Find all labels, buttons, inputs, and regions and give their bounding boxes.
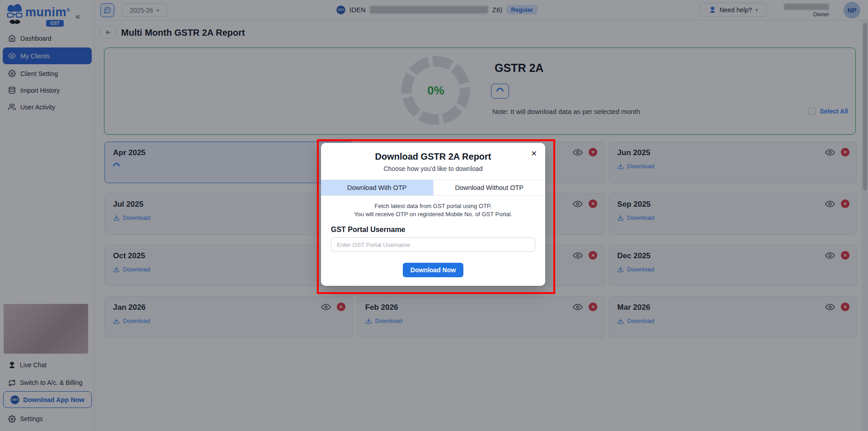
modal-subtitle: Choose how you'd like to download bbox=[321, 165, 545, 172]
modal-description: Fetch latest data from GST portal using … bbox=[321, 202, 545, 218]
download-gstr2a-modal: ✕ Download GSTR 2A Report Choose how you… bbox=[321, 143, 545, 286]
tab-download-without-otp[interactable]: Download Without OTP bbox=[433, 180, 546, 195]
tab-download-with-otp[interactable]: Download With OTP bbox=[321, 180, 433, 195]
gst-username-label: GST Portal Username bbox=[331, 226, 535, 234]
gst-username-input[interactable] bbox=[331, 237, 535, 252]
download-now-button[interactable]: Download Now bbox=[403, 263, 463, 277]
close-icon[interactable]: ✕ bbox=[529, 148, 539, 159]
modal-tabs: Download With OTP Download Without OTP bbox=[321, 180, 545, 196]
app-window: munim® GST « Dashboard My Clients Client… bbox=[0, 0, 868, 431]
modal-title: Download GSTR 2A Report bbox=[321, 152, 545, 162]
